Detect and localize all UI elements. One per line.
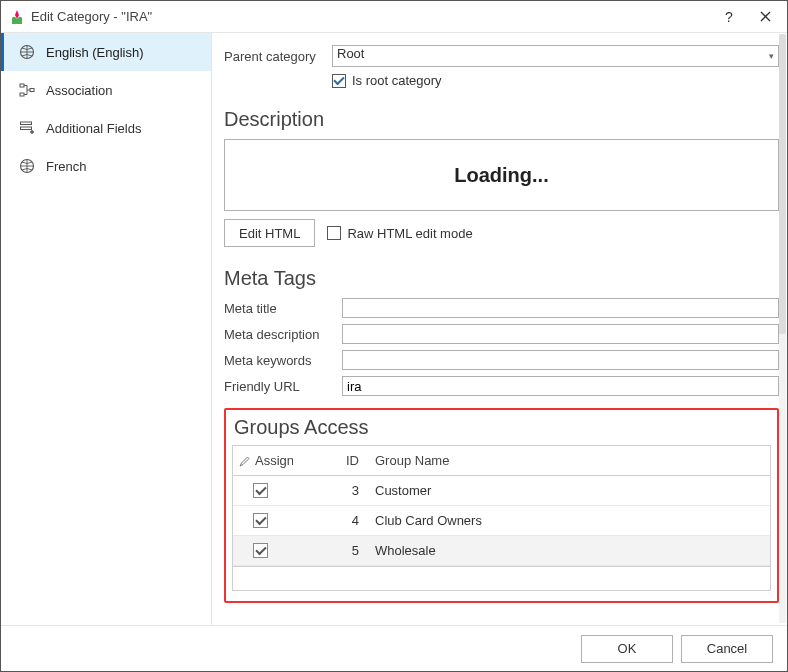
- cell-name: Customer: [371, 483, 770, 498]
- meta-title-label: Meta title: [224, 301, 342, 316]
- table-row[interactable]: 3 Customer: [233, 476, 770, 506]
- svg-rect-3: [30, 89, 34, 92]
- svg-rect-1: [20, 84, 24, 87]
- cell-name: Club Card Owners: [371, 513, 770, 528]
- cell-id: 5: [301, 543, 371, 558]
- friendly-url-label: Friendly URL: [224, 379, 342, 394]
- window-title: Edit Category - "IRA": [31, 9, 711, 24]
- sidebar-item-english[interactable]: English (English): [1, 33, 211, 71]
- dialog-body: English (English) Association Additional…: [1, 33, 787, 625]
- cancel-button[interactable]: Cancel: [681, 635, 773, 663]
- table-row[interactable]: 4 Club Card Owners: [233, 506, 770, 536]
- raw-html-label: Raw HTML edit mode: [347, 226, 472, 241]
- pencil-icon: [239, 455, 251, 467]
- dialog-footer: OK Cancel: [1, 625, 787, 671]
- is-root-label: Is root category: [352, 73, 442, 88]
- parent-category-select[interactable]: Root ▾: [332, 45, 779, 67]
- fields-icon: [18, 119, 36, 137]
- is-root-row: Is root category: [332, 73, 779, 88]
- svg-rect-5: [21, 127, 32, 130]
- parent-category-value: Root: [337, 46, 364, 61]
- assign-checkbox[interactable]: [253, 543, 268, 558]
- parent-category-row: Parent category Root ▾: [224, 45, 779, 67]
- col-header-name[interactable]: Group Name: [371, 453, 770, 468]
- sidebar-item-label: Association: [46, 83, 112, 98]
- sidebar-item-label: French: [46, 159, 86, 174]
- meta-description-input[interactable]: [342, 324, 779, 344]
- meta-heading: Meta Tags: [224, 267, 779, 290]
- table-row[interactable]: 5 Wholesale: [233, 536, 770, 566]
- description-heading: Description: [224, 108, 779, 131]
- app-icon: [9, 9, 25, 25]
- friendly-url-row: Friendly URL: [224, 376, 779, 396]
- sidebar-item-french[interactable]: French: [1, 147, 211, 185]
- meta-keywords-label: Meta keywords: [224, 353, 342, 368]
- description-actions: Edit HTML Raw HTML edit mode: [224, 219, 779, 247]
- is-root-checkbox[interactable]: [332, 74, 346, 88]
- help-button[interactable]: ?: [711, 3, 747, 31]
- cell-id: 3: [301, 483, 371, 498]
- content: Parent category Root ▾ Is root category …: [212, 33, 787, 625]
- groups-table-header: Assign ID Group Name: [233, 446, 770, 476]
- scrollbar[interactable]: [779, 34, 786, 623]
- groups-table: Assign ID Group Name 3 Customer: [232, 445, 771, 591]
- col-header-id[interactable]: ID: [301, 453, 371, 468]
- close-icon: [760, 11, 771, 22]
- meta-description-label: Meta description: [224, 327, 342, 342]
- association-icon: [18, 81, 36, 99]
- sidebar-item-label: Additional Fields: [46, 121, 141, 136]
- groups-access-panel: Groups Access Assign ID Group Name: [224, 408, 779, 603]
- groups-heading: Groups Access: [234, 416, 771, 439]
- sidebar-item-association[interactable]: Association: [1, 71, 211, 109]
- meta-keywords-input[interactable]: [342, 350, 779, 370]
- content-inner: Parent category Root ▾ Is root category …: [212, 33, 787, 625]
- raw-html-checkbox[interactable]: [327, 226, 341, 240]
- cell-name: Wholesale: [371, 543, 770, 558]
- friendly-url-input[interactable]: [342, 376, 779, 396]
- meta-title-input[interactable]: [342, 298, 779, 318]
- loading-text: Loading...: [454, 164, 548, 187]
- sidebar: English (English) Association Additional…: [1, 33, 212, 625]
- assign-checkbox[interactable]: [253, 513, 268, 528]
- svg-rect-2: [20, 93, 24, 96]
- meta-keywords-row: Meta keywords: [224, 350, 779, 370]
- edit-html-button[interactable]: Edit HTML: [224, 219, 315, 247]
- close-button[interactable]: [747, 3, 783, 31]
- globe-icon: [18, 157, 36, 175]
- meta-title-row: Meta title: [224, 298, 779, 318]
- dialog-window: Edit Category - "IRA" ? English (English…: [0, 0, 788, 672]
- globe-icon: [18, 43, 36, 61]
- parent-category-label: Parent category: [224, 49, 332, 64]
- ok-button[interactable]: OK: [581, 635, 673, 663]
- sidebar-item-label: English (English): [46, 45, 144, 60]
- description-editor[interactable]: Loading...: [224, 139, 779, 211]
- chevron-down-icon: ▾: [769, 51, 774, 61]
- assign-checkbox[interactable]: [253, 483, 268, 498]
- cell-id: 4: [301, 513, 371, 528]
- titlebar: Edit Category - "IRA" ?: [1, 1, 787, 33]
- col-header-assign[interactable]: Assign: [233, 453, 301, 468]
- sidebar-item-additional-fields[interactable]: Additional Fields: [1, 109, 211, 147]
- scrollbar-thumb[interactable]: [779, 34, 786, 334]
- svg-rect-4: [21, 122, 32, 125]
- meta-description-row: Meta description: [224, 324, 779, 344]
- groups-table-footer: [233, 566, 770, 590]
